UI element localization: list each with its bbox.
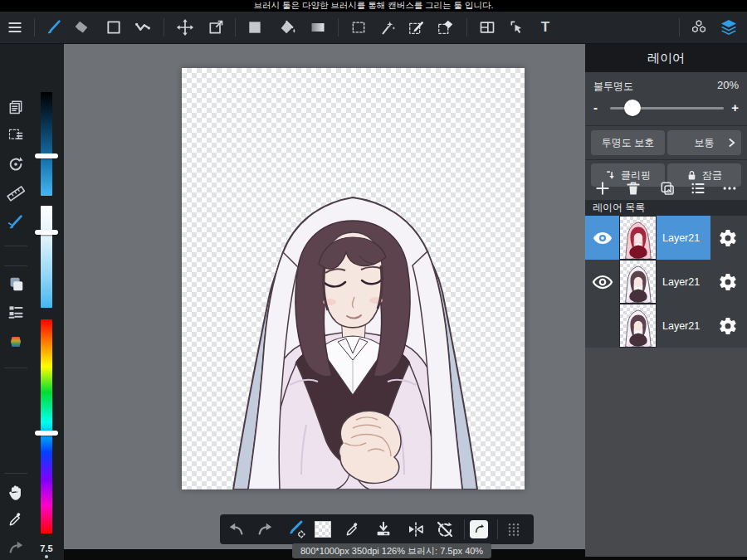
select-eraser-tool[interactable] xyxy=(433,15,458,40)
tooltip-text: 브러시 툴은 다양한 브러시를 통해 캔버스를 그리는 툴 입니다. xyxy=(254,0,494,10)
sidebar-divider xyxy=(4,473,27,474)
layer-visibility-eye-icon[interactable] xyxy=(592,227,613,249)
layers-panel-icon[interactable] xyxy=(716,15,741,40)
layer-thumbnail[interactable] xyxy=(619,304,657,348)
value-slider-handle[interactable] xyxy=(35,153,58,158)
brush-eraser-toggle-icon[interactable] xyxy=(286,519,308,540)
layer-name: Layer21 xyxy=(662,232,700,244)
hand-tool-icon[interactable] xyxy=(5,482,27,504)
select-pen-tool[interactable] xyxy=(404,15,429,40)
fill-tool[interactable] xyxy=(242,15,267,40)
copy-layers-icon[interactable] xyxy=(5,273,27,295)
toolbar-divider xyxy=(235,18,236,37)
toolbar-divider xyxy=(34,18,35,37)
saturation-slider-handle[interactable] xyxy=(35,230,58,235)
brush-settings-icon[interactable] xyxy=(5,212,27,233)
value-slider[interactable] xyxy=(41,92,52,196)
eyedropper-icon[interactable] xyxy=(5,509,27,530)
layer-name: Layer21 xyxy=(662,276,700,288)
toolbar-divider xyxy=(338,18,339,37)
chevron-right-icon xyxy=(728,138,735,148)
layer-list: Layer21 Layer21 Layer21 xyxy=(585,216,747,348)
tooltip-bar: 브러시 툴은 다양한 브러시를 통해 캔버스를 그리는 툴 입니다. xyxy=(0,0,747,12)
snap-list-icon[interactable] xyxy=(5,301,27,323)
layer-settings-gear-icon[interactable] xyxy=(718,228,738,248)
text-tool[interactable]: T xyxy=(533,15,558,40)
main-toolbar: T xyxy=(0,12,747,44)
bottom-toolbar-divider xyxy=(497,519,498,539)
brush-tool[interactable] xyxy=(42,15,66,40)
polyline-tool[interactable] xyxy=(130,15,155,40)
opacity-label: 불투명도 xyxy=(593,80,633,94)
redo-icon[interactable] xyxy=(254,519,276,540)
shape-tool[interactable] xyxy=(101,15,126,40)
select-cursor-tool[interactable] xyxy=(505,15,530,40)
sidebar-divider xyxy=(4,246,27,246)
select-menu-icon[interactable] xyxy=(5,124,27,146)
panel-divider xyxy=(585,159,747,160)
more-options-button[interactable] xyxy=(719,178,740,199)
redo-icon[interactable] xyxy=(5,537,27,558)
save-icon[interactable] xyxy=(373,519,394,540)
opacity-value: 20% xyxy=(717,79,739,91)
layer-name: Layer21 xyxy=(662,320,700,332)
sidebar-divider xyxy=(4,265,27,266)
brush-size-preview-dot xyxy=(45,555,48,558)
rotate-reset-icon[interactable] xyxy=(5,153,27,175)
drawing-canvas[interactable] xyxy=(182,68,525,489)
flip-horizontal-icon[interactable] xyxy=(405,519,427,540)
app-window: 브러시 툴은 다양한 브러시를 통해 캔버스를 그리는 툴 입니다. xyxy=(0,0,747,560)
hue-slider-handle[interactable] xyxy=(35,431,58,436)
transparent-color-swatch[interactable] xyxy=(315,521,331,538)
toolbar-divider xyxy=(679,18,680,37)
layer-settings-gear-icon[interactable] xyxy=(718,316,738,336)
duplicate-layer-button[interactable] xyxy=(657,178,678,199)
layer-row[interactable]: Layer21 xyxy=(585,260,747,304)
panel-divide-tool[interactable] xyxy=(475,15,500,40)
sidebar-divider xyxy=(4,368,27,368)
opacity-slider-handle[interactable] xyxy=(624,100,641,116)
opacity-increase-button[interactable]: + xyxy=(731,100,739,116)
text-tool-glyph: T xyxy=(541,19,549,36)
pages-icon[interactable] xyxy=(5,96,27,118)
move-tool[interactable] xyxy=(173,15,198,40)
bottom-toolbar-divider xyxy=(464,519,465,539)
bottom-toolbar xyxy=(220,514,534,544)
drag-handle-icon[interactable] xyxy=(503,519,525,540)
hue-slider[interactable] xyxy=(41,319,52,533)
layer-list-view-button[interactable] xyxy=(687,178,709,199)
opacity-decrease-button[interactable]: - xyxy=(593,100,598,116)
delete-layer-button[interactable] xyxy=(622,178,644,199)
layers-panel-title: 레이어 xyxy=(585,44,747,72)
material-3d-icon[interactable] xyxy=(686,15,711,40)
alpha-lock-label: 투명도 보호 xyxy=(602,136,654,150)
add-layer-button[interactable] xyxy=(592,178,613,199)
layer-row[interactable]: Layer21 xyxy=(585,216,747,260)
gradient-tool[interactable] xyxy=(305,15,330,40)
layer-thumbnail[interactable] xyxy=(619,216,657,260)
ruler-icon[interactable] xyxy=(5,183,27,204)
menu-icon[interactable] xyxy=(2,15,27,40)
layer-settings-gear-icon[interactable] xyxy=(718,272,738,292)
magic-wand-tool[interactable] xyxy=(375,15,400,40)
layer-visibility-eye-icon[interactable] xyxy=(592,271,613,293)
eyedropper-icon[interactable] xyxy=(342,519,364,540)
brush-size-value: 7.5 xyxy=(32,543,61,553)
rotate-disabled-icon[interactable] xyxy=(434,519,456,540)
layer-row[interactable]: Layer21 xyxy=(585,304,747,348)
status-bar: 800*1000px 350dpi 126% 브러시: 7.5px 40% xyxy=(292,543,491,558)
toolbar-divider xyxy=(164,18,164,37)
select-rectangle-tool[interactable] xyxy=(346,15,371,40)
alpha-lock-button[interactable]: 투명도 보호 xyxy=(591,130,665,155)
bucket-tool[interactable] xyxy=(276,15,300,40)
export-shortcut-button[interactable] xyxy=(470,520,488,538)
transform-tool[interactable] xyxy=(203,15,228,40)
layer-thumbnail[interactable] xyxy=(619,260,657,304)
eraser-tool[interactable] xyxy=(69,15,94,40)
palette-icon[interactable] xyxy=(5,331,27,353)
undo-icon[interactable] xyxy=(226,519,247,540)
blend-mode-button[interactable]: 보통 xyxy=(667,130,741,155)
toolbar-divider xyxy=(466,18,467,37)
saturation-slider[interactable] xyxy=(41,206,52,308)
left-sidebar: 7.5 px 40 % xyxy=(0,44,64,560)
